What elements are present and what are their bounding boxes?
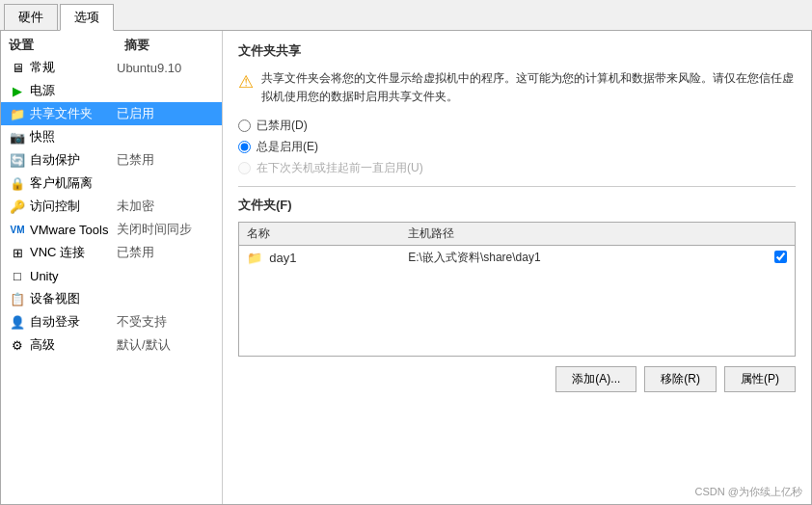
sidebar-item-device-view[interactable]: 📋 设备视图 — [1, 287, 222, 310]
folder-item-icon: 📁 — [247, 251, 262, 265]
vnc-value: 已禁用 — [117, 244, 214, 261]
th-check — [767, 223, 795, 246]
left-panel-header: 设置 摘要 — [1, 35, 222, 56]
autoprotect-icon: 🔄 — [9, 151, 26, 169]
radio-disabled-input[interactable] — [238, 120, 251, 132]
tab-hardware[interactable]: 硬件 — [4, 4, 58, 30]
autoprotect-value: 已禁用 — [117, 151, 214, 169]
header-summary-label: 摘要 — [124, 37, 149, 54]
isolation-label: 客户机隔离 — [30, 174, 117, 192]
section-title: 文件夹共享 — [238, 42, 796, 60]
sidebar-item-unity[interactable]: □ Unity — [1, 264, 222, 287]
main-container: 硬件 选项 设置 摘要 🖥 常规 Ubuntu9.10 ▶ 电源 — [0, 0, 812, 505]
folder-section-title: 文件夹(F) — [238, 197, 796, 214]
tab-options[interactable]: 选项 — [60, 4, 114, 31]
general-label: 常规 — [30, 59, 117, 76]
sidebar-item-vmware-tools[interactable]: VM VMware Tools 关闭时间同步 — [1, 218, 222, 241]
radio-disabled[interactable]: 已禁用(D) — [238, 118, 796, 134]
autologin-label: 自动登录 — [30, 313, 117, 331]
radio-disabled-label: 已禁用(D) — [257, 118, 308, 134]
sidebar-item-access[interactable]: 🔑 访问控制 未加密 — [1, 195, 222, 218]
general-value: Ubuntu9.10 — [117, 61, 214, 75]
radio-always-on-label: 总是启用(E) — [257, 139, 318, 155]
sidebar-item-advanced[interactable]: ⚙ 高级 默认/默认 — [1, 333, 222, 357]
warning-text: 共享文件夹会将您的文件显示给虚拟机中的程序。这可能为您的计算机和数据带来风险。请… — [261, 69, 796, 106]
radio-until-shutdown-input — [238, 162, 251, 174]
action-buttons: 添加(A)... 移除(R) 属性(P) — [238, 366, 796, 392]
power-icon: ▶ — [9, 82, 26, 99]
watermark: CSDN @为你续上亿秒 — [695, 485, 802, 499]
sidebar-item-snapshot[interactable]: 📷 快照 — [1, 125, 222, 148]
sidebar-item-general[interactable]: 🖥 常规 Ubuntu9.10 — [1, 56, 222, 79]
divider — [238, 186, 796, 187]
folder-name: day1 — [269, 251, 296, 265]
radio-group: 已禁用(D) 总是启用(E) 在下次关机或挂起前一直启用(U) — [238, 118, 796, 176]
content-area: 设置 摘要 🖥 常规 Ubuntu9.10 ▶ 电源 📁 共享文件夹 已启用 — [0, 31, 812, 505]
unity-icon: □ — [9, 267, 26, 284]
warning-icon: ⚠ — [238, 71, 254, 93]
folder-checkbox[interactable] — [774, 251, 787, 263]
folder-path-cell: E:\嵌入式资料\share\day1 — [400, 246, 767, 271]
snapshot-label: 快照 — [30, 128, 117, 146]
shared-folder-icon: 📁 — [9, 105, 26, 122]
access-icon: 🔑 — [9, 198, 26, 215]
isolation-icon: 🔒 — [9, 174, 26, 192]
device-view-icon: 📋 — [9, 290, 26, 307]
sidebar-item-isolation[interactable]: 🔒 客户机隔离 — [1, 172, 222, 195]
warning-box: ⚠ 共享文件夹会将您的文件显示给虚拟机中的程序。这可能为您的计算机和数据带来风险… — [238, 69, 796, 106]
radio-until-shutdown-label: 在下次关机或挂起前一直启用(U) — [257, 160, 423, 176]
radio-always-on-input[interactable] — [238, 141, 251, 153]
sidebar-item-power[interactable]: ▶ 电源 — [1, 79, 222, 102]
autoprotect-label: 自动保护 — [30, 151, 117, 169]
power-label: 电源 — [30, 82, 117, 99]
sidebar-item-autoprotect[interactable]: 🔄 自动保护 已禁用 — [1, 148, 222, 172]
sidebar-item-autologin[interactable]: 👤 自动登录 不受支持 — [1, 310, 222, 333]
folder-table-container: 名称 主机路径 📁 day1 E:\嵌入式资料\share\day1 — [238, 222, 796, 357]
monitor-icon: 🖥 — [9, 59, 26, 76]
snapshot-icon: 📷 — [9, 128, 26, 146]
properties-button[interactable]: 属性(P) — [724, 366, 796, 392]
left-panel: 设置 摘要 🖥 常规 Ubuntu9.10 ▶ 电源 📁 共享文件夹 已启用 — [1, 31, 223, 504]
access-label: 访问控制 — [30, 198, 117, 215]
header-settings-label: 设置 — [9, 37, 124, 54]
remove-button[interactable]: 移除(R) — [644, 366, 717, 392]
tab-bar: 硬件 选项 — [0, 0, 812, 31]
table-header-row: 名称 主机路径 — [239, 223, 795, 246]
th-path: 主机路径 — [400, 223, 767, 246]
shared-folder-value: 已启用 — [117, 105, 214, 122]
vmware-tools-label: VMware Tools — [30, 223, 117, 237]
autologin-value: 不受支持 — [117, 313, 214, 331]
access-value: 未加密 — [117, 198, 214, 215]
unity-label: Unity — [30, 269, 117, 283]
radio-always-on[interactable]: 总是启用(E) — [238, 139, 796, 155]
vmware-tools-icon: VM — [9, 221, 26, 238]
vnc-icon: ⊞ — [9, 244, 26, 261]
folder-check-cell[interactable] — [767, 246, 795, 271]
device-view-label: 设备视图 — [30, 290, 117, 307]
radio-until-shutdown: 在下次关机或挂起前一直启用(U) — [238, 160, 796, 176]
right-panel: 文件夹共享 ⚠ 共享文件夹会将您的文件显示给虚拟机中的程序。这可能为您的计算机和… — [223, 31, 811, 504]
shared-folder-label: 共享文件夹 — [30, 105, 117, 122]
sidebar-item-shared-folder[interactable]: 📁 共享文件夹 已启用 — [1, 102, 222, 125]
vnc-label: VNC 连接 — [30, 244, 117, 261]
advanced-value: 默认/默认 — [117, 336, 214, 354]
advanced-icon: ⚙ — [9, 336, 26, 354]
add-button[interactable]: 添加(A)... — [555, 366, 636, 392]
sidebar-item-vnc[interactable]: ⊞ VNC 连接 已禁用 — [1, 241, 222, 264]
table-row[interactable]: 📁 day1 E:\嵌入式资料\share\day1 — [239, 246, 795, 271]
autologin-icon: 👤 — [9, 313, 26, 331]
folder-name-cell: 📁 day1 — [239, 246, 400, 271]
folder-table: 名称 主机路径 📁 day1 E:\嵌入式资料\share\day1 — [239, 223, 795, 270]
advanced-label: 高级 — [30, 336, 117, 354]
th-name: 名称 — [239, 223, 400, 246]
vmware-tools-value: 关闭时间同步 — [117, 221, 214, 238]
